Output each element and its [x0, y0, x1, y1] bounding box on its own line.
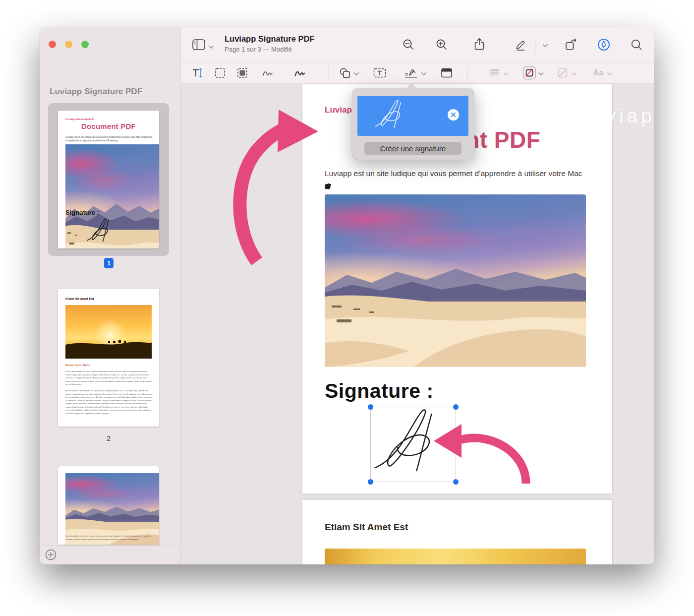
title-bar: Luviapp Signature PDF Page 1 sur 3 — Mod… — [181, 27, 654, 62]
markup-toolbar: Aa — [181, 62, 654, 83]
create-signature-button[interactable]: Créer une signature — [364, 142, 462, 155]
pdf-page-2: Etiam Sit Amet Est — [302, 500, 612, 564]
instant-alpha-tool-icon[interactable] — [237, 67, 248, 78]
page-thumbnail-1[interactable]: Luviapp astucesapple.fr Document PDF Luv… — [58, 111, 159, 248]
thumbnail-sidebar: Luviapp Signature PDF Luviapp astucesapp… — [40, 27, 181, 564]
markup-pen-chevron-icon[interactable] — [543, 44, 548, 48]
fill-color-icon — [558, 68, 568, 78]
thumb3-caption: Leo vitae diam est luctus, ornare mauris… — [65, 535, 153, 541]
text-style-chevron-icon — [607, 72, 613, 76]
resize-handle-bottom-left[interactable] — [368, 479, 373, 485]
search-icon[interactable] — [631, 39, 642, 51]
signature-popover: Créer une signature — [352, 88, 474, 160]
thumb2-sunset-image — [65, 305, 152, 359]
markup-pen-icon[interactable] — [515, 39, 527, 51]
preview-window: Luviapp Signature PDF Luviapp astucesapp… — [40, 27, 654, 564]
thumb2-heading: Etiam Sit Amet Est — [65, 297, 94, 301]
thumb1-intro-text: Luviapp est un site ludique qui vous per… — [65, 135, 153, 142]
doc-desert-image — [325, 194, 586, 367]
fill-color-chevron-icon — [572, 72, 577, 76]
toolbar-divider — [328, 66, 329, 79]
sidebar-document-title: Luviapp Signature PDF — [50, 87, 174, 97]
annotation-arrow-to-popup — [203, 102, 322, 265]
toolbar-divider — [536, 38, 536, 52]
saved-signature-preview — [372, 99, 413, 132]
window-title: Luviapp Signature PDF — [225, 34, 315, 44]
zoom-in-icon[interactable] — [436, 39, 448, 51]
shapes-tool-icon[interactable] — [339, 67, 351, 79]
sign-chevron-icon[interactable] — [421, 72, 427, 76]
thumb2-subheading: Donec Quis Nunc — [65, 364, 90, 367]
delete-signature-button[interactable] — [448, 109, 459, 121]
main-area: Luviapp Signature PDF Page 1 sur 3 — Mod… — [181, 27, 654, 564]
border-color-icon[interactable] — [522, 66, 536, 80]
text-selection-tool-icon[interactable] — [192, 67, 204, 78]
page2-gold-image — [325, 549, 586, 564]
doc-signature-label: Signature : — [325, 379, 434, 403]
luviapp-watermark: Luviapp — [578, 105, 654, 127]
page-thumbnail-3[interactable]: Leo vitae diam est luctus, ornare mauris… — [58, 466, 159, 545]
sketch-tool-icon[interactable] — [262, 67, 275, 78]
rectangular-selection-tool-icon[interactable] — [215, 67, 226, 78]
window-subtitle: Page 1 sur 3 — Modifié — [225, 46, 315, 53]
annotation-pen-circle-icon[interactable] — [597, 38, 610, 51]
saved-signature-item[interactable] — [357, 96, 468, 136]
toolbar-divider — [467, 66, 468, 79]
page-number-2: 2 — [58, 434, 159, 442]
sidebar-footer — [40, 546, 181, 564]
text-style-label: Aa — [593, 68, 603, 77]
page-thumbnail-2[interactable]: Etiam Sit Amet Est Donec Quis Nunc Lorem… — [58, 289, 159, 427]
minimize-window-button[interactable] — [65, 41, 72, 48]
resize-handle-top-left[interactable] — [368, 404, 373, 410]
add-page-button[interactable] — [45, 549, 57, 560]
close-icon — [448, 109, 459, 121]
thumb2-paragraph-2: Arcu habitasse elementum est, ipsum puru… — [65, 389, 153, 415]
highlight-block-tool-icon[interactable] — [441, 68, 453, 78]
line-weight-chevron-icon — [504, 72, 509, 76]
annotation-arrow-to-signature — [429, 408, 535, 493]
close-window-button[interactable] — [49, 41, 56, 48]
thumb1-doc-title: Document PDF — [58, 122, 159, 130]
sidebar-toggle-chevron-icon[interactable] — [209, 46, 214, 49]
shapes-chevron-icon[interactable] — [354, 72, 359, 76]
line-weight-icon — [490, 69, 500, 77]
thumb1-signature — [79, 218, 124, 246]
draw-tool-icon[interactable] — [294, 67, 307, 78]
apple-logo-icon — [325, 183, 331, 190]
share-icon[interactable] — [474, 38, 485, 51]
text-box-tool-icon[interactable] — [373, 68, 386, 78]
page-number-badge-selected: 1 — [104, 258, 114, 268]
thumb3-desert-image — [65, 473, 159, 545]
zoom-window-button[interactable] — [81, 41, 89, 48]
page2-heading: Etiam Sit Amet Est — [325, 522, 408, 533]
sidebar-toggle-icon[interactable] — [192, 39, 206, 51]
sign-tool-icon[interactable] — [404, 67, 419, 79]
rotate-icon[interactable] — [565, 38, 578, 51]
thumb2-paragraph-1: Lorem ipsum dolor sit amet, ligula suspe… — [65, 370, 153, 386]
popover-tail — [406, 82, 417, 89]
zoom-out-icon[interactable] — [403, 39, 414, 51]
thumb1-signature-label: Signature : — [65, 209, 99, 216]
thumb1-site-label: Luviapp astucesapple.fr — [65, 118, 94, 121]
border-color-chevron-icon[interactable] — [538, 72, 544, 76]
